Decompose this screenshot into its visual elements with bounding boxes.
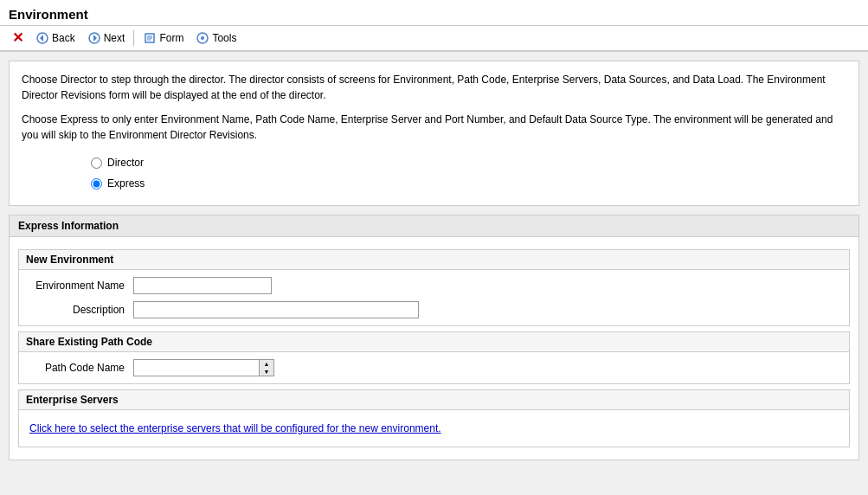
form-icon <box>143 31 157 45</box>
close-button[interactable]: ✕ <box>7 29 29 47</box>
tools-label: Tools <box>212 32 236 44</box>
path-code-name-label: Path Code Name <box>29 362 133 374</box>
description-row: Description <box>29 301 839 318</box>
svg-marker-3 <box>93 35 97 42</box>
share-path-code-content: Path Code Name ▲ ▼ <box>19 352 849 383</box>
express-radio-row: Express <box>91 176 846 191</box>
express-radio-label[interactable]: Express <box>107 176 145 191</box>
environment-name-row: Environment Name <box>29 277 839 294</box>
next-icon <box>87 31 101 45</box>
description-paragraph1: Choose Director to step through the dire… <box>22 72 846 103</box>
description-box: Choose Director to step through the dire… <box>9 61 859 206</box>
divider <box>133 30 134 46</box>
path-code-spinner-wrap: ▲ ▼ <box>133 359 274 376</box>
description-label: Description <box>29 304 133 316</box>
tools-button[interactable]: Tools <box>190 29 241 47</box>
svg-marker-1 <box>40 35 43 42</box>
director-radio-row: Director <box>91 155 846 170</box>
enterprise-servers-link[interactable]: Click here to select the enterprise serv… <box>29 422 441 434</box>
express-information-section: Express Information New Environment Envi… <box>9 215 859 460</box>
new-environment-header: New Environment <box>19 250 849 270</box>
back-button[interactable]: Back <box>30 29 80 47</box>
next-button[interactable]: Next <box>82 29 131 47</box>
enterprise-servers-header: Enterprise Servers <box>19 390 849 410</box>
back-label: Back <box>52 32 75 44</box>
share-path-code-header: Share Existing Path Code <box>19 332 849 352</box>
mode-radio-group: Director Express <box>22 155 846 195</box>
description-paragraph2: Choose Express to only enter Environment… <box>22 112 846 143</box>
express-information-header: Express Information <box>10 215 858 237</box>
path-code-name-row: Path Code Name ▲ ▼ <box>29 359 839 376</box>
enterprise-servers-content: Click here to select the enterprise serv… <box>19 410 849 447</box>
express-radio[interactable] <box>91 178 102 190</box>
new-environment-subsection: New Environment Environment Name Descrip… <box>18 249 850 326</box>
new-environment-content: Environment Name Description <box>19 270 849 325</box>
form-label: Form <box>159 32 183 44</box>
share-path-code-subsection: Share Existing Path Code Path Code Name … <box>18 331 850 384</box>
environment-name-label: Environment Name <box>29 280 133 292</box>
back-icon <box>35 31 49 45</box>
director-radio[interactable] <box>91 158 102 169</box>
path-code-spinner-up[interactable]: ▲ <box>260 360 273 368</box>
path-code-input[interactable] <box>133 359 259 376</box>
path-code-spinner-down[interactable]: ▼ <box>260 368 273 376</box>
main-content: Choose Director to step through the dire… <box>0 52 868 476</box>
next-label: Next <box>104 32 125 44</box>
enterprise-servers-subsection: Enterprise Servers Click here to select … <box>18 389 850 447</box>
path-code-spinner-buttons: ▲ ▼ <box>259 359 274 376</box>
director-radio-label[interactable]: Director <box>107 155 144 170</box>
environment-name-input[interactable] <box>133 277 272 294</box>
toolbar: ✕ Back Next Form <box>0 26 868 52</box>
tools-icon <box>196 31 209 45</box>
description-input[interactable] <box>133 301 419 318</box>
page-title: Environment <box>0 0 868 26</box>
express-information-content: New Environment Environment Name Descrip… <box>10 237 858 460</box>
form-button[interactable]: Form <box>138 29 189 47</box>
svg-point-9 <box>201 36 204 40</box>
